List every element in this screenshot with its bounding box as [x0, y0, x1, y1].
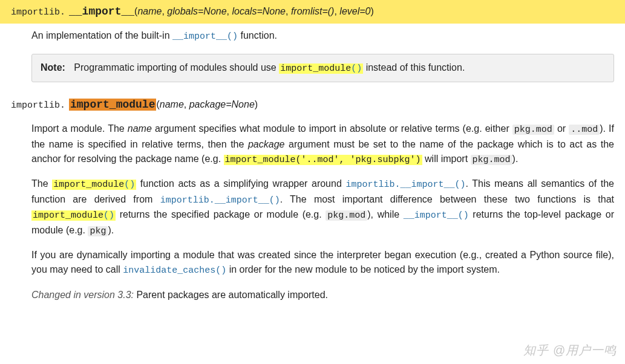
watermark: 知乎 @用户一鸣 [523, 341, 617, 359]
note-box: Note: Programmatic importing of modules … [31, 54, 614, 83]
func-name: __import__ [69, 5, 134, 18]
xref-import-module[interactable]: import_module() [279, 63, 363, 74]
link-import-dunder[interactable]: __import__() [404, 210, 469, 221]
close-paren: ) [255, 99, 258, 109]
changed-text: Parent packages are automatically import… [134, 290, 328, 300]
changed-in-version: Changed in version 3.3: Parent packages … [31, 288, 614, 302]
em-name: name [128, 123, 152, 134]
text: ). [108, 225, 114, 235]
code-pkg: pkg [88, 226, 108, 236]
code-pkgmod: pkg.mod [326, 210, 367, 221]
doc-page: importlib.__import__(name, globals=None,… [0, 0, 625, 364]
code-pkgmod2: pkg.mod [471, 155, 512, 165]
func-signature-import-dunder: importlib.__import__(name, globals=None,… [0, 0, 625, 24]
link-importlib-import[interactable]: importlib.__import__() [345, 180, 465, 190]
text: ), while [367, 209, 403, 219]
link-importlib-import-2[interactable]: importlib.__import__() [160, 195, 280, 206]
link-invalidate-caches[interactable]: invalidate_caches() [123, 265, 226, 276]
em-package: package [248, 139, 285, 149]
param-level: level=0 [339, 6, 370, 16]
module-prefix: importlib. [11, 7, 65, 18]
text: An implementation of the built-in [31, 30, 172, 41]
param-package: package=None [189, 99, 255, 109]
text: Import a module. The [31, 123, 128, 134]
xref-import-module-2[interactable]: import_module() [31, 210, 116, 221]
para-2: The import_module() function acts as a s… [31, 177, 614, 238]
code-call-example: import_module('..mod', 'pkg.subpkg') [224, 155, 422, 165]
text: argument specifies what module to import… [152, 123, 512, 134]
code-dotmod: ..mod [569, 125, 600, 135]
text: ). [512, 154, 519, 164]
module-prefix: importlib. [11, 100, 65, 111]
link-import-builtin[interactable]: __import__() [172, 31, 238, 42]
func-name: import_module [69, 99, 156, 111]
text: function. [238, 30, 277, 41]
param-locals: locals=None [232, 6, 286, 16]
func-body-import-dunder: An implementation of the built-in __impo… [31, 28, 614, 82]
para-3: If you are dynamically importing a modul… [31, 248, 614, 278]
text: returns the specified package or module … [116, 209, 326, 219]
text: in order for the new module to be notice… [226, 264, 500, 275]
para-1: Import a module. The name argument speci… [31, 122, 614, 167]
text: . The most important difference between … [280, 194, 614, 204]
text: or [554, 123, 569, 134]
note-label: Note: [41, 62, 65, 73]
text: function acts as a simplifying wrapper a… [136, 178, 345, 189]
text: The [31, 178, 52, 189]
param-fromlist: fromlist=() [291, 6, 335, 16]
close-paren: ) [370, 6, 373, 16]
param-name: name [160, 99, 184, 109]
code-pkgmod: pkg.mod [512, 125, 554, 135]
note-text-b: instead of this function. [363, 62, 465, 73]
text: will import [422, 154, 471, 164]
func-body-import-module: Import a module. The name argument speci… [31, 122, 614, 302]
param-name: name [137, 6, 162, 16]
desc-paragraph: An implementation of the built-in __impo… [31, 28, 614, 44]
note-text-a: Programmatic importing of modules should… [74, 62, 279, 73]
func-signature-import-module: importlib.import_module(name, package=No… [0, 93, 625, 117]
param-globals: globals=None [167, 6, 226, 16]
changed-label: Changed in version 3.3: [31, 290, 134, 300]
xref-import-module[interactable]: import_module() [52, 180, 136, 190]
